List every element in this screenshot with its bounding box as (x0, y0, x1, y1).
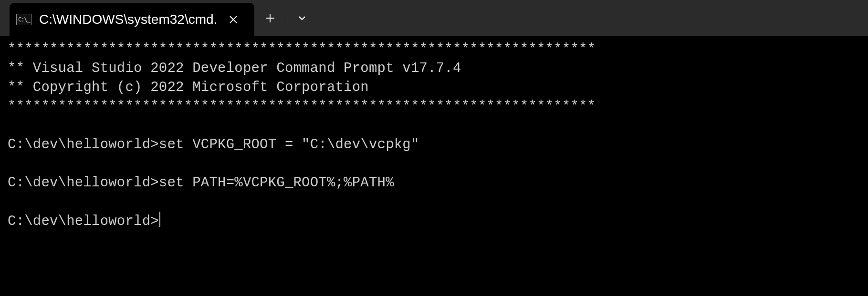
plus-icon (265, 13, 275, 23)
prompt: C:\dev\helloworld> (8, 214, 159, 229)
terminal-output[interactable]: ****************************************… (0, 36, 868, 235)
new-tab-button[interactable] (254, 0, 286, 36)
chevron-down-icon (297, 13, 307, 23)
titlebar: C:\_ C:\WINDOWS\system32\cmd. (0, 0, 868, 36)
terminal-tab[interactable]: C:\_ C:\WINDOWS\system32\cmd. (10, 3, 254, 36)
close-icon (229, 15, 238, 24)
banner-border-bottom: ****************************************… (8, 99, 596, 114)
command-line: C:\dev\helloworld>set PATH=%VCPKG_ROOT%;… (8, 175, 394, 191)
command-line: C:\dev\helloworld>set VCPKG_ROOT = "C:\d… (8, 137, 419, 153)
banner-line: ** Visual Studio 2022 Developer Command … (8, 61, 461, 76)
cmd-icon: C:\_ (16, 14, 31, 25)
banner-border-top: ****************************************… (8, 41, 596, 57)
tab-title: C:\WINDOWS\system32\cmd. (39, 12, 217, 27)
cursor (159, 212, 160, 227)
close-tab-button[interactable] (225, 11, 242, 28)
banner-line: ** Copyright (c) 2022 Microsoft Corporat… (8, 80, 369, 95)
tab-dropdown-button[interactable] (286, 0, 318, 36)
titlebar-actions (254, 0, 318, 36)
